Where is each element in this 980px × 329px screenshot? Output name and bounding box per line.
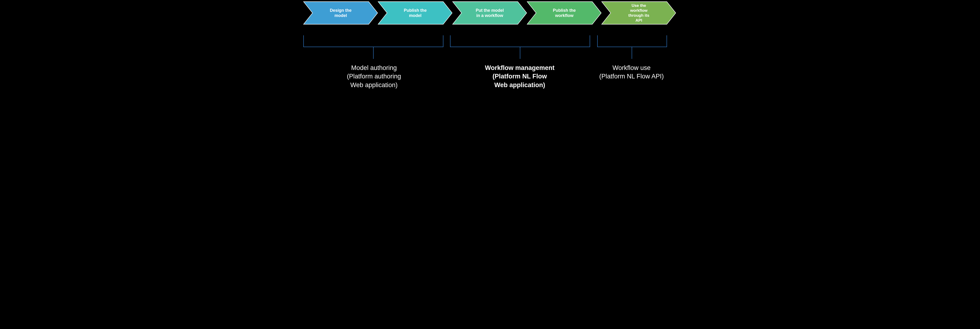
group-3-label: Workflow use (Platform NL Flow API) — [584, 63, 679, 81]
step-label: Put the model in a workflow — [459, 1, 520, 25]
step-label: Design the model — [310, 1, 371, 25]
step-label: Publish the model — [385, 1, 446, 25]
step-3: Put the model in a workflow — [452, 1, 528, 25]
step-label: Use the workflow through its API — [608, 1, 670, 25]
step-5: Use the workflow through its API — [601, 1, 677, 25]
step-4: Publish the workflow — [527, 1, 602, 25]
chevron-row: Design the model Publish the model Put t… — [303, 1, 677, 25]
step-1: Design the model — [303, 1, 379, 25]
diagram-stage: Design the model Publish the model Put t… — [301, 0, 679, 127]
step-2: Publish the model — [378, 1, 453, 25]
group-1-label: Model authoring (Platform authoring Web … — [315, 63, 433, 89]
group-2-label: Workflow management (Platform NL Flow We… — [461, 63, 579, 89]
step-label: Publish the workflow — [534, 1, 595, 25]
